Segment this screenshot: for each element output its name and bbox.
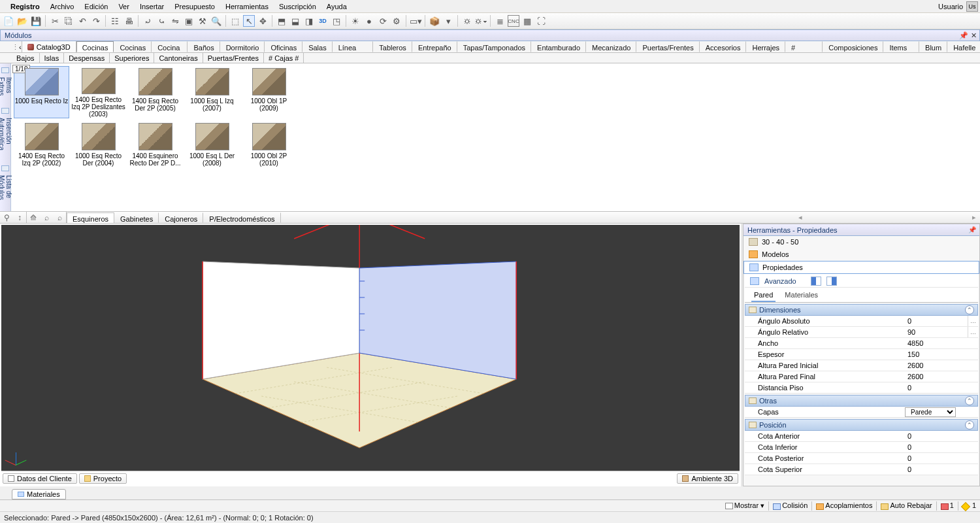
prop-row[interactable]: Cota Posterior0 <box>745 453 978 464</box>
catalog-item[interactable]: 1400 Esq Recto Izq 2P Deslizantes (2003) <box>71 66 126 118</box>
collapse-icon[interactable]: ⌃ <box>965 420 974 430</box>
section-header[interactable]: Otras⌃ <box>745 395 978 407</box>
prop-row[interactable]: Altura Pared Inicial2600 <box>745 360 978 371</box>
cat-menu-icon[interactable]: ⋮ <box>12 41 19 52</box>
more-icon[interactable]: … <box>968 316 978 326</box>
toggle-acoplamientos[interactable]: Acoplamientos <box>816 501 872 509</box>
menu-item-presupuesto[interactable]: Presupuesto <box>169 1 220 12</box>
catalog-item[interactable]: 1400 Esq Recto Der 2P (2005) <box>127 66 183 118</box>
cat-tab[interactable]: Baños <box>188 41 220 52</box>
menu-item-insertar[interactable]: Insertar <box>135 1 169 12</box>
cat-tab[interactable]: Tapas/Tamponados <box>457 41 531 52</box>
cat-tab[interactable]: Entrepaño Externo <box>412 41 457 52</box>
cat-tab[interactable]: Cocina Cava Madera <box>152 41 188 52</box>
prop-row[interactable]: Ángulo Relativo90… <box>745 327 978 338</box>
catalog-item[interactable]: 1000 Esq L Izq (2007) <box>184 66 240 118</box>
filter-tab[interactable]: Gabinetes <box>114 212 159 223</box>
cat-tab[interactable]: Cocinas Cava <box>114 41 152 52</box>
grid-icon[interactable]: ▦ <box>521 15 533 27</box>
rail-icon[interactable] <box>1 108 9 114</box>
cat-tab[interactable]: Composiciones <box>823 41 883 52</box>
catalog-item[interactable]: 1400 Esquinero Recto Der 2P D... <box>127 121 183 173</box>
user-button[interactable]: Us <box>966 1 978 12</box>
pan-icon[interactable]: ✥ <box>257 15 269 27</box>
light-icon[interactable]: ☀ <box>350 15 361 27</box>
dropdown-3-icon[interactable]: ⛭▾ <box>475 15 487 27</box>
close-icon[interactable]: ✕ <box>971 31 977 40</box>
cat-tab[interactable]: Items Sueltos <box>883 41 919 52</box>
catalog-item[interactable]: 1400 Esq Recto Izq 2P (2002) <box>14 121 69 173</box>
cat-tab[interactable]: Salas <box>302 41 333 52</box>
prop-row[interactable]: Cota Superior0 <box>745 464 978 475</box>
open-icon[interactable]: 📂 <box>16 15 28 27</box>
package-icon[interactable]: 📦 <box>429 15 440 27</box>
gear-icon[interactable]: ⛭ <box>461 15 473 27</box>
prop-row[interactable]: Cota Inferior0 <box>745 442 978 453</box>
section-header[interactable]: Posición⌃ <box>745 419 978 431</box>
view-toggle-1-icon[interactable] <box>811 277 821 286</box>
prop-row[interactable]: Altura Pared Final2600 <box>745 371 978 382</box>
catalog-item[interactable]: 1000 Esq L Der (2008) <box>184 121 240 173</box>
tab-datos-cliente[interactable]: Datos del Cliente <box>3 473 77 484</box>
row-propiedades[interactable]: Propiedades <box>743 261 979 274</box>
cube-icon[interactable]: ⬚ <box>229 15 241 27</box>
cat-tab[interactable]: Herrajes <box>746 41 785 52</box>
rail-icon[interactable] <box>1 165 9 171</box>
sub-tab[interactable]: Cantoneiras <box>154 53 203 63</box>
sub-tab[interactable]: Islas <box>40 53 65 63</box>
tab-proyecto[interactable]: Proyecto <box>79 473 127 484</box>
tab-materiales-bottom[interactable]: Materiales <box>12 489 66 499</box>
filter-tab[interactable]: Cajoneros <box>159 212 203 223</box>
cat-tab[interactable]: Línea Industrial <box>333 41 374 52</box>
viewport-3d[interactable] <box>1 225 740 471</box>
settings-icon[interactable]: ⚙ <box>391 15 402 27</box>
filter-tab[interactable]: P/Electrodomésticos <box>203 212 280 223</box>
sub-tab[interactable]: Puertas/Frentes <box>203 53 264 63</box>
find-icon[interactable]: ⌕ <box>40 212 53 223</box>
render-icon[interactable]: ● <box>363 15 375 27</box>
status-wrench[interactable]: 1 <box>941 501 954 509</box>
save-icon[interactable]: 💾 <box>30 15 42 27</box>
catalog-item[interactable]: 1000 Esq Recto Iz <box>14 66 69 118</box>
prop-row[interactable]: Espesor150 <box>745 349 978 360</box>
mirror-icon[interactable]: ⇋ <box>169 15 181 27</box>
zoom-icon[interactable]: 🔍 <box>210 15 222 27</box>
catalog-item[interactable]: 1000 Obl 1P (2009) <box>241 66 297 118</box>
pin-icon[interactable]: 📌 <box>968 226 979 233</box>
sub-tab[interactable]: Superiores <box>110 53 154 63</box>
tab-materiales[interactable]: Materiales <box>782 290 821 302</box>
layer-icon[interactable]: ≣ <box>494 15 506 27</box>
prop-row[interactable]: Cota Anterior0 <box>745 431 978 442</box>
recenter-icon[interactable]: ⟰ <box>27 212 40 223</box>
cat-tab[interactable]: Accesorios <box>700 41 747 52</box>
filter-icon[interactable]: ⚲ <box>0 212 13 223</box>
group-icon[interactable]: ▣ <box>183 15 195 27</box>
copy-icon[interactable]: ⿻ <box>63 15 74 27</box>
view-3d-icon[interactable]: 3D <box>317 15 329 27</box>
toggle-mostrar[interactable]: Mostrar ▾ <box>725 501 764 510</box>
rotate-right-icon[interactable]: ⤿ <box>155 15 167 27</box>
toggle-colision[interactable]: Colisión <box>773 501 808 509</box>
catalog-item[interactable]: 1000 Esq Recto Der (2004) <box>71 121 126 173</box>
catalog-selector[interactable]: Catalog3D <box>22 41 76 52</box>
prop-row[interactable]: Ángulo Absoluto0… <box>745 316 978 327</box>
catalog-item[interactable]: 1000 Obl 2P (2010) <box>241 121 297 173</box>
cnc-icon[interactable]: CNC <box>508 15 519 27</box>
undo-icon[interactable]: ↶ <box>76 15 88 27</box>
cat-tab[interactable]: Blum <box>919 41 947 52</box>
cat-tab[interactable]: Tableros <box>373 41 412 52</box>
collapse-icon[interactable]: ⌃ <box>965 396 974 405</box>
dropdown-1-icon[interactable]: ▭▾ <box>410 15 421 27</box>
menu-item-ver[interactable]: Ver <box>113 1 135 12</box>
section-header[interactable]: Dimensiones⌃ <box>745 304 978 316</box>
cat-tab[interactable]: Hafelle <box>947 41 980 52</box>
row-dims-quick[interactable]: 30 - 40 - 50 <box>743 236 979 248</box>
cat-tab[interactable]: Dormitorio <box>220 41 265 52</box>
menu-item-ayuda[interactable]: Ayuda <box>321 1 352 12</box>
cat-tab[interactable]: Entamburado <box>531 41 586 52</box>
new-icon[interactable]: 📄 <box>3 15 14 27</box>
tool-icon[interactable]: ⚒ <box>197 15 208 27</box>
chart-icon[interactable]: ⛶ <box>535 15 547 27</box>
pin-icon[interactable]: 📌 <box>959 31 968 40</box>
dropdown-2-icon[interactable]: ▾ <box>442 15 454 27</box>
